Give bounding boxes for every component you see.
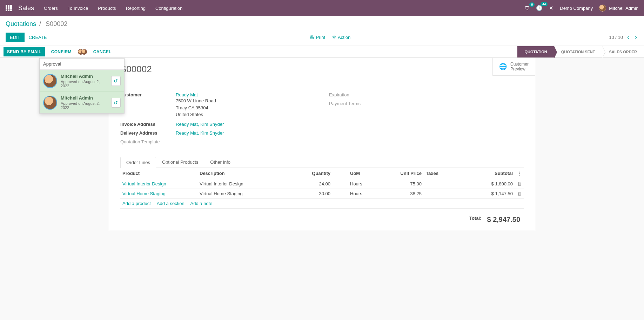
add-note-link[interactable]: Add a note <box>190 201 213 206</box>
total-value: $ 2,947.50 <box>487 216 520 224</box>
col-subtotal: Subtotal <box>466 168 515 179</box>
tab-optional-products[interactable]: Optional Products <box>156 156 204 168</box>
approval-meta: Approved on August 2, 2022 <box>61 101 108 110</box>
nav-configuration[interactable]: Configuration <box>155 6 182 11</box>
approval-title: Approval <box>40 59 124 70</box>
add-product-link[interactable]: Add a product <box>122 201 151 206</box>
line-qty: 24.00 <box>297 179 333 189</box>
cancel-button[interactable]: CANCEL <box>90 47 115 56</box>
nav-toinvoice[interactable]: To Invoice <box>68 6 88 11</box>
activities-icon[interactable]: 🕓44 <box>536 5 543 11</box>
line-uom: Hours <box>333 179 375 189</box>
line-subtotal: $ 1,147.50 <box>466 189 515 198</box>
columns-menu-icon[interactable]: ⋮ <box>517 171 522 176</box>
nav-menu: Orders To Invoice Products Reporting Con… <box>44 6 182 11</box>
label-customer: Customer <box>120 92 176 118</box>
line-subtotal: $ 1,800.00 <box>466 179 515 189</box>
approval-meta: Approved on August 2, 2022 <box>61 80 108 88</box>
nav-products[interactable]: Products <box>98 6 116 11</box>
pager-next-icon[interactable]: › <box>633 34 638 41</box>
stage-quotation[interactable]: QUOTATION <box>517 46 554 57</box>
line-uom: Hours <box>333 189 375 198</box>
print-icon: 🖶 <box>309 35 314 40</box>
col-uom: UoM <box>333 168 375 179</box>
nav-right: 🗨5 🕓44 ✕ Demo Company Mitchell Admin <box>524 5 638 12</box>
user-name: Mitchell Admin <box>609 6 638 11</box>
tab-other-info[interactable]: Other Info <box>204 156 236 168</box>
send-by-email-button[interactable]: SEND BY EMAIL <box>4 47 45 56</box>
button-box: 🌐 Customer Preview <box>492 58 535 76</box>
line-qty: 30.00 <box>297 189 333 198</box>
print-button[interactable]: 🖶Print <box>309 35 325 40</box>
customer-preview-button[interactable]: 🌐 Customer Preview <box>493 58 535 75</box>
company-menu[interactable]: Demo Company <box>560 6 593 11</box>
app-brand[interactable]: Sales <box>18 5 34 12</box>
close-icon[interactable]: ✕ <box>549 5 554 11</box>
delete-line-icon[interactable]: 🗑 <box>517 191 522 196</box>
line-description: Virtual Interior Design <box>197 179 297 189</box>
col-description: Description <box>197 168 297 179</box>
add-section-link[interactable]: Add a section <box>157 201 185 206</box>
company-name: Demo Company <box>560 6 593 11</box>
label-quotation-template: Quotation Template <box>120 139 176 144</box>
main-navbar: Sales Orders To Invoice Products Reporti… <box>0 0 644 16</box>
label-payment-terms: Payment Terms <box>329 101 384 106</box>
undo-icon: ↺ <box>114 78 118 84</box>
approvers-avatars[interactable] <box>78 49 87 55</box>
revoke-approval-button[interactable]: ↺ <box>111 76 121 86</box>
globe-icon: 🌐 <box>499 63 507 70</box>
pager[interactable]: 10 / 10 <box>609 35 623 40</box>
avatar <box>43 74 57 88</box>
table-row[interactable]: Virtual Home Staging Virtual Home Stagin… <box>120 189 524 198</box>
customer-city: Tracy CA 95304 <box>176 104 216 111</box>
nav-reporting[interactable]: Reporting <box>126 6 146 11</box>
record-name: S00002 <box>120 64 524 75</box>
breadcrumb: Quotations / S00002 <box>6 20 638 28</box>
approver-name: Mitchell Admin <box>61 95 108 101</box>
tab-order-lines[interactable]: Order Lines <box>120 157 156 168</box>
gear-icon: ✲ <box>332 35 336 40</box>
line-product[interactable]: Virtual Home Staging <box>122 191 166 196</box>
tabs: Order Lines Optional Products Other Info <box>120 156 524 168</box>
confirm-button[interactable]: CONFIRM <box>48 47 75 56</box>
customer-street: 7500 W Linne Road <box>176 97 216 104</box>
line-product[interactable]: Virtual Interior Design <box>122 181 166 186</box>
messages-badge: 5 <box>529 2 535 7</box>
pager-prev-icon[interactable]: ‹ <box>626 34 631 41</box>
line-price: 38.25 <box>375 189 424 198</box>
create-button[interactable]: CREATE <box>25 33 51 42</box>
totals: Total: $ 2,947.50 <box>120 209 524 225</box>
nav-orders[interactable]: Orders <box>44 6 58 11</box>
messages-icon[interactable]: 🗨5 <box>524 5 530 11</box>
stage-sales-order[interactable]: SALES ORDER <box>602 46 644 57</box>
user-menu[interactable]: Mitchell Admin <box>599 5 638 12</box>
delete-line-icon[interactable]: 🗑 <box>517 181 522 186</box>
label-invoice-address: Invoice Address <box>120 122 176 127</box>
line-taxes <box>424 189 466 198</box>
customer-preview-label: Customer Preview <box>510 62 529 72</box>
table-row[interactable]: Virtual Interior Design Virtual Interior… <box>120 179 524 189</box>
status-bar: SEND BY EMAIL CONFIRM CANCEL QUOTATION Q… <box>0 46 644 58</box>
approval-item: Mitchell Admin Approved on August 2, 202… <box>40 70 124 91</box>
action-button[interactable]: ✲Action <box>332 35 350 40</box>
form-sheet: 🌐 Customer Preview S00002 Customer Ready… <box>109 58 535 231</box>
approval-item: Mitchell Admin Approved on August 2, 202… <box>40 91 124 113</box>
revoke-approval-button[interactable]: ↺ <box>111 98 121 108</box>
edit-button[interactable]: EDIT <box>6 33 25 42</box>
invoice-address-link[interactable]: Ready Mat, Kim Snyder <box>176 122 224 127</box>
breadcrumb-parent[interactable]: Quotations <box>6 20 36 27</box>
label-delivery-address: Delivery Address <box>120 130 176 136</box>
total-label: Total: <box>469 216 481 224</box>
line-description: Virtual Home Staging <box>197 189 297 198</box>
col-taxes: Taxes <box>424 168 466 179</box>
stage-breadcrumb: QUOTATION QUOTATION SENT SALES ORDER <box>517 46 644 57</box>
stage-quotation-sent[interactable]: QUOTATION SENT <box>554 46 602 57</box>
label-expiration: Expiration <box>329 92 384 97</box>
customer-link[interactable]: Ready Mat <box>176 92 198 97</box>
order-lines-table: Product Description Quantity UoM Unit Pr… <box>120 168 524 209</box>
col-quantity: Quantity <box>297 168 333 179</box>
breadcrumb-sep: / <box>39 20 41 27</box>
apps-icon[interactable] <box>6 5 12 11</box>
delivery-address-link[interactable]: Ready Mat, Kim Snyder <box>176 130 224 136</box>
line-price: 75.00 <box>375 179 424 189</box>
